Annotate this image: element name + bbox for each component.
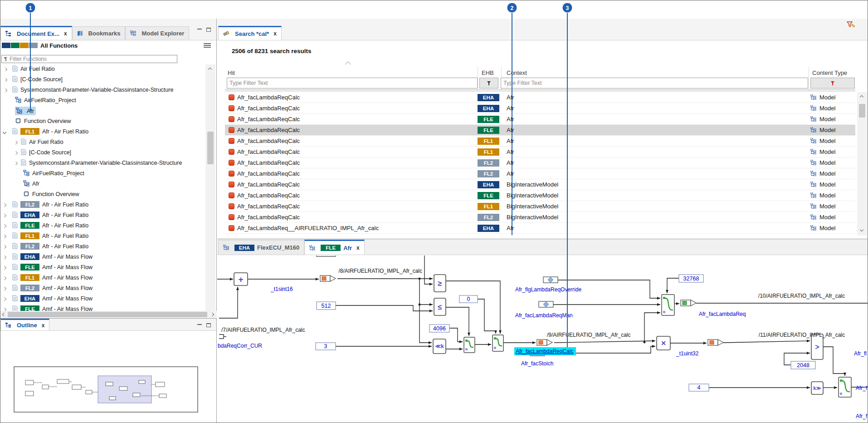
table-row[interactable]: Afr_facLambdaReqCalcFLEBigInteractiveMod…	[225, 190, 855, 201]
expand-closed-icon[interactable]	[3, 256, 6, 259]
tree-vscrollbar[interactable]	[205, 64, 215, 329]
expand-closed-icon[interactable]	[4, 89, 7, 92]
scroll-up-icon[interactable]	[860, 95, 863, 99]
table-row[interactable]: Afr_facLambdaReqCalcFL1BigInteractiveMod…	[225, 201, 855, 212]
variable-label[interactable]: Afr_f	[856, 385, 868, 391]
tree-item-systemconstant-parameter-varia[interactable]: Systemconstant-Parameter-Variable-Classi…	[0, 158, 205, 169]
expand-closed-icon[interactable]	[3, 266, 6, 270]
variable-label[interactable]: Afr_f	[856, 413, 868, 419]
view-menu-icon[interactable]	[204, 42, 211, 49]
tree-item--c-code-source-[interactable]: [C-Code Source]	[0, 75, 205, 85]
diagram-canvas[interactable]: +≥≤≪k✕>k≫5123040963276820484Afr_facLambd…	[217, 256, 868, 423]
tab-flexecu[interactable]: EHA FlexECU_M160	[218, 240, 304, 255]
table-row[interactable]: Afr_facLambdaReqCalcFL1AfrModel	[225, 136, 855, 147]
expand-closed-icon[interactable]	[3, 214, 6, 217]
tree-item-function-overview[interactable]: Function Overview	[0, 190, 205, 200]
variable-label[interactable]: Afr_facLambdaReq	[699, 311, 746, 317]
expand-closed-icon[interactable]	[3, 276, 6, 280]
scroll-left-icon[interactable]	[2, 313, 6, 316]
hit-filter-input[interactable]	[227, 78, 478, 89]
tab-afr[interactable]: FLE Afr x	[304, 240, 364, 255]
col-header-context[interactable]: Context	[507, 69, 527, 76]
path-label[interactable]: /9/AIRFUELRATIO_IMPL_Afr_calc	[547, 332, 631, 338]
path-label[interactable]: /10/AIRFUELRATIO_IMPL_Afr_calc	[758, 293, 845, 299]
table-row[interactable]: Afr_facLambdaReqCalcFLEAfrModel	[225, 125, 855, 136]
tree-hscrollbar[interactable]	[0, 311, 217, 318]
path-label[interactable]: /8/AIRFUELRATIO_IMPL_Afr_calc	[339, 268, 423, 274]
tree-item-afr-air-fuel-ratio[interactable]: FL1Afr - Air Fuel Ratio	[0, 127, 205, 138]
expand-closed-icon[interactable]	[14, 162, 18, 165]
variable-label[interactable]: _t1sint16	[270, 286, 293, 292]
variable-label[interactable]: _t1uint32	[676, 350, 699, 357]
tree-item-afr-air-fuel-ratio[interactable]: FL1Afr - Air Fuel Ratio	[0, 231, 205, 242]
expand-open-icon[interactable]	[3, 130, 6, 134]
tree-item-amf-air-mass-flow[interactable]: EHAAmf - Air Mass Flow	[0, 294, 205, 305]
tree-item-afr-air-fuel-ratio[interactable]: EHAAfr - Air Fuel Ratio	[0, 211, 205, 221]
tree-item-afr[interactable]: cAfr	[0, 179, 205, 190]
table-row[interactable]: Afr_facLambdaReqCalcFL2AfrModel	[225, 168, 855, 179]
results-vscrollbar[interactable]	[857, 92, 867, 236]
table-row[interactable]: Afr_facLambdaReqCalcFL2AfrModel	[225, 157, 855, 168]
tree-item--c-code-source-[interactable]: [C-Code Source]	[0, 148, 205, 158]
scroll-down-icon[interactable]	[860, 228, 863, 231]
expand-closed-icon[interactable]	[3, 287, 6, 290]
tree-item-amf-air-mass-flow[interactable]: EHAAmf - Air Mass Flow	[0, 252, 205, 263]
outline-minimap[interactable]	[0, 331, 217, 423]
highlighted-variable-label[interactable]: Afr_facLambdaReqCalc	[516, 348, 573, 354]
tab-document-explorer[interactable]: Document Ex... x	[0, 26, 72, 40]
tree-item-afr-air-fuel-ratio[interactable]: FL2Afr - Air Fuel Ratio	[0, 200, 205, 211]
expand-closed-icon[interactable]	[14, 141, 18, 144]
scrollbar-thumb[interactable]	[8, 312, 207, 317]
variable-label[interactable]: bdaReqCorr_CUR	[218, 343, 262, 349]
close-icon[interactable]: x	[273, 30, 277, 37]
tree-item-function-overview[interactable]: Function Overview	[0, 117, 205, 127]
tree-item-airfuelratio-project[interactable]: AirFuelRatio_Project	[0, 96, 205, 106]
tree-item-afr-air-fuel-ratio[interactable]: FLEAfr - Air Fuel Ratio	[0, 221, 205, 231]
close-icon[interactable]: x	[356, 245, 360, 251]
expand-closed-icon[interactable]	[4, 68, 7, 71]
scroll-up-icon[interactable]	[208, 68, 212, 71]
tree-item-systemconstant-parameter-varia[interactable]: Systemconstant-Parameter-Variable-Classi…	[0, 85, 205, 96]
port-stub[interactable]	[219, 334, 226, 339]
expand-closed-icon[interactable]	[3, 224, 6, 228]
variable-label[interactable]: Afr_facStoich	[521, 360, 553, 367]
minimize-icon[interactable]	[197, 28, 202, 30]
ehb-filter-button[interactable]	[479, 78, 498, 89]
variable-label[interactable]: Afr_flgLambdaReqOverride	[515, 286, 581, 293]
col-header-ehb[interactable]: EHB	[482, 69, 494, 76]
variable-label[interactable]: Afr_facLambdaReqMan	[515, 312, 573, 319]
tree-item-amf-air-mass-flow[interactable]: FLEAmf - Air Mass Flow	[0, 263, 205, 273]
minimize-icon[interactable]	[197, 324, 202, 325]
filter-edit-icon[interactable]	[847, 21, 856, 30]
table-row[interactable]: Afr_facLambdaReqCalcEHAAfrModel	[225, 92, 855, 103]
tree-item-airfuelratio-project[interactable]: AirFuelRatio_Project	[0, 169, 205, 179]
sort-ascending-icon[interactable]	[345, 61, 351, 67]
tab-bookmarks[interactable]: Bookmarks	[72, 26, 126, 40]
expand-closed-icon[interactable]	[14, 151, 18, 155]
tree-item-amf-air-mass-flow[interactable]: FL2Amf - Air Mass Flow	[0, 284, 205, 294]
expand-closed-icon[interactable]	[3, 297, 6, 301]
selected-tree-item[interactable]: cAfr	[15, 107, 36, 115]
table-row[interactable]: Afr_facLambdaReqCalcFL2BigInteractiveMod…	[225, 212, 855, 223]
table-row[interactable]: Afr_facLambdaReqCalcFLEAfrModel	[225, 114, 855, 125]
col-header-content-type[interactable]: Content Type	[812, 69, 847, 76]
expand-closed-icon[interactable]	[3, 203, 6, 207]
tab-search[interactable]: Search *cal* x	[218, 26, 282, 40]
table-row[interactable]: Afr_facLambdaReqCalcEHAAfrModel	[225, 103, 855, 114]
tree-item-air-fuel-ratio[interactable]: Air Fuel Ratio	[0, 64, 205, 75]
table-row[interactable]: Afr_facLambdaReqCalcFL1AfrModel	[225, 147, 855, 157]
tree-item-amf-air-mass-flow[interactable]: FL1Amf - Air Mass Flow	[0, 273, 205, 284]
close-icon[interactable]: x	[42, 322, 45, 329]
expand-closed-icon[interactable]	[3, 245, 6, 249]
maximize-icon[interactable]	[206, 323, 211, 327]
maximize-icon[interactable]	[206, 28, 211, 32]
variable-label[interactable]: Afr_fl	[854, 350, 867, 357]
close-icon[interactable]: x	[64, 30, 67, 37]
path-label[interactable]: /11/AIRFUELRATIO_IMPL_Afr_calc	[759, 332, 845, 338]
scrollbar-thumb[interactable]	[859, 104, 865, 118]
tab-outline[interactable]: Outline x	[0, 319, 49, 330]
tree-item-afr[interactable]: cAfr	[0, 106, 205, 117]
tree-item-air-fuel-ratio[interactable]: Air Fuel Ratio	[0, 138, 205, 148]
expand-closed-icon[interactable]	[4, 78, 7, 82]
tab-model-explorer[interactable]: Model Explorer	[125, 26, 189, 40]
